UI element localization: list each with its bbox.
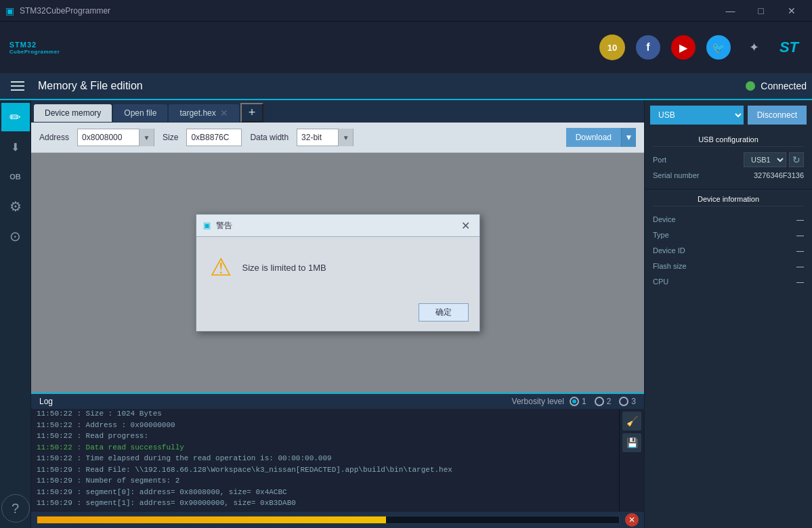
log-body: 11:50:20 : Read progress:11:50:20 : Data… — [31, 409, 644, 512]
facebook-icon[interactable]: f — [636, 35, 660, 60]
verbosity-radio-1-circle — [570, 397, 579, 406]
log-line: 11:50:22 : Read progress: — [37, 431, 614, 442]
datawidth-dropdown-arrow[interactable]: ▼ — [338, 129, 353, 146]
logo-cubeprogrammer: CubeProgrammer — [9, 49, 60, 55]
type-value: — — [796, 231, 804, 239]
cpu-label: CPU — [653, 278, 668, 286]
connection-type-select[interactable]: USB — [650, 106, 744, 125]
twitter-icon[interactable]: 🐦 — [706, 35, 731, 60]
tabs-bar: Device memory Open file target.hex ✕ + — [31, 100, 644, 123]
cpu-value: — — [796, 278, 804, 286]
device-label: Device — [653, 215, 676, 223]
warning-dialog: ▣ 警告 ✕ ⚠ Size is limited to 1MB 确定 — [196, 214, 480, 332]
sidebar-item-ob[interactable]: OB — [1, 162, 30, 191]
connected-label: Connected — [761, 81, 807, 91]
maximize-button[interactable]: □ — [746, 0, 776, 22]
port-select[interactable]: USB1 — [744, 152, 786, 167]
port-label: Port — [653, 156, 666, 164]
device-row-flash: Flash size — — [653, 259, 804, 274]
refresh-button[interactable]: ↻ — [789, 152, 804, 167]
connection-controls: USB Disconnect — [645, 100, 812, 130]
logo-area: STM32 CubeProgrammer — [11, 29, 58, 66]
datawidth-field[interactable]: ▼ — [297, 129, 354, 146]
verbosity-radio-3[interactable]: 3 — [619, 397, 636, 406]
size-input[interactable] — [187, 133, 241, 142]
log-line: 11:50:22 : Size : 1024 Bytes — [37, 409, 614, 420]
modal-message: Size is limited to 1MB — [242, 263, 326, 273]
toolbar: Memory & File edition Connected — [0, 73, 812, 100]
address-dropdown-arrow[interactable]: ▼ — [139, 129, 154, 146]
tab-open-file[interactable]: Open file — [113, 104, 167, 122]
tab-close-icon[interactable]: ✕ — [220, 108, 228, 118]
address-input[interactable] — [78, 133, 139, 142]
logo-stm32: STM32 — [9, 41, 37, 49]
tab-add-button[interactable]: + — [240, 103, 264, 123]
device-row-type: Type — — [653, 227, 804, 243]
tab-device-memory[interactable]: Device memory — [34, 104, 112, 122]
log-line: 11:50:29 : segment[0]: address= 0x800800… — [37, 487, 614, 498]
verbosity-radio-3-circle — [619, 397, 628, 406]
verbosity-radio-2[interactable]: 2 — [595, 397, 612, 406]
size-field[interactable] — [186, 129, 242, 146]
verbosity-radio-1[interactable]: 1 — [570, 397, 586, 406]
modal-overlay: ▣ 警告 ✕ ⚠ Size is limited to 1MB 确定 — [31, 153, 644, 393]
app-title: STM32CubeProgrammer — [20, 6, 710, 16]
usb-config-title: USB configuration — [653, 135, 804, 147]
modal-footer: 确定 — [196, 298, 479, 331]
datawidth-input[interactable] — [297, 133, 338, 142]
disconnect-button[interactable]: Disconnect — [748, 106, 807, 125]
sidebar-item-help[interactable]: ? — [1, 494, 30, 523]
device-id-value: — — [796, 246, 804, 255]
header-icons: 10 f ▶ 🐦 ✦ ST — [599, 35, 801, 60]
window-controls: — □ ✕ — [715, 0, 807, 22]
toolbar-title: Memory & File edition — [38, 80, 143, 92]
flash-size-value: — — [796, 262, 804, 270]
modal-ok-button[interactable]: 确定 — [419, 303, 469, 322]
modal-app-icon: ▣ — [203, 221, 211, 230]
sidebar-item-target[interactable]: ⊙ — [1, 222, 30, 250]
port-row: Port USB1 ↻ — [653, 152, 804, 167]
logo-box: STM32 CubeProgrammer — [11, 29, 58, 66]
modal-close-button[interactable]: ✕ — [459, 219, 473, 232]
device-row-cpu: CPU — — [653, 274, 804, 290]
youtube-icon[interactable]: ▶ — [671, 35, 696, 60]
port-value: USB1 ↻ — [744, 152, 804, 167]
log-clear-button[interactable]: 🧹 — [622, 412, 641, 431]
verbosity-label: Verbosity level — [512, 397, 564, 406]
hamburger-menu[interactable] — [5, 74, 30, 98]
main-area: ✏ ⬇ OB ⚙ ⊙ ? Device memory Open file tar… — [0, 100, 812, 528]
header: STM32 CubeProgrammer 10 f ▶ 🐦 ✦ ST — [0, 22, 812, 73]
sidebar-item-download[interactable]: ⬇ — [1, 133, 30, 161]
modal-body: ⚠ Size is limited to 1MB — [196, 237, 479, 298]
titlebar: ▣ STM32CubeProgrammer — □ ✕ — [0, 0, 812, 22]
log-title: Log — [39, 397, 53, 406]
download-button[interactable]: Download — [566, 128, 621, 147]
flash-size-label: Flash size — [653, 262, 687, 270]
type-label: Type — [653, 231, 669, 239]
device-info-title: Device information — [653, 195, 804, 206]
sidebar: ✏ ⬇ OB ⚙ ⊙ ? — [0, 100, 31, 528]
progress-bar — [37, 516, 620, 524]
log-content: 11:50:20 : Read progress:11:50:20 : Data… — [31, 409, 619, 512]
content-toolbar: Address ▼ Size Data width ▼ Download ▼ — [31, 123, 644, 153]
st-brand-icon[interactable]: ST — [777, 35, 801, 60]
connection-status-dot — [746, 81, 755, 91]
tab-target-hex[interactable]: target.hex ✕ — [169, 104, 238, 122]
sidebar-item-edit[interactable]: ✏ — [1, 103, 30, 131]
stop-button[interactable]: ✕ — [625, 513, 639, 527]
log-save-button[interactable]: 💾 — [622, 433, 641, 452]
device-row-id: Device ID — — [653, 243, 804, 259]
datawidth-label: Data width — [250, 133, 289, 142]
minimize-button[interactable]: — — [715, 0, 746, 22]
award-icon[interactable]: 10 — [599, 35, 625, 60]
verbosity-group: Verbosity level 1 2 3 — [512, 397, 636, 406]
download-dropdown-arrow[interactable]: ▼ — [621, 128, 636, 147]
address-field[interactable]: ▼ — [77, 129, 154, 146]
close-button[interactable]: ✕ — [776, 0, 807, 22]
network-icon[interactable]: ✦ — [742, 35, 766, 60]
serial-label: Serial number — [653, 171, 699, 179]
sidebar-item-settings[interactable]: ⚙ — [1, 192, 30, 221]
verbosity-radio-group: 1 2 3 — [570, 397, 636, 406]
tab-target-hex-label: target.hex — [179, 108, 215, 118]
warning-icon: ⚠ — [210, 253, 232, 282]
